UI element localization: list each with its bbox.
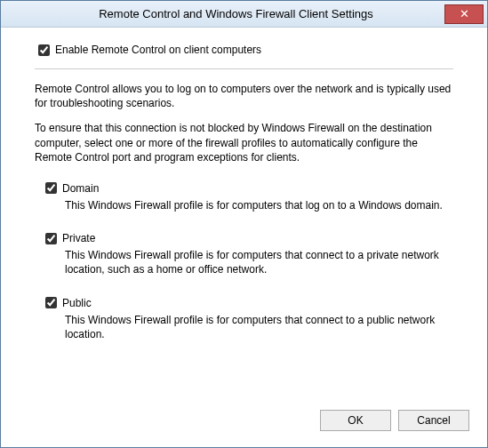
domain-label: Domain <box>62 182 99 195</box>
private-desc: This Windows Firewall profile is for com… <box>65 248 453 276</box>
divider <box>35 68 453 69</box>
dialog-window: Remote Control and Windows Firewall Clie… <box>0 0 488 448</box>
profile-private: Private This Windows Firewall profile is… <box>45 232 462 276</box>
titlebar: Remote Control and Windows Firewall Clie… <box>1 1 487 28</box>
profile-public: Public This Windows Firewall profile is … <box>45 297 462 341</box>
profile-domain: Domain This Windows Firewall profile is … <box>45 182 462 212</box>
dialog-footer: OK Cancel <box>1 399 487 447</box>
enable-remote-control-label: Enable Remote Control on client computer… <box>55 44 261 56</box>
domain-desc: This Windows Firewall profile is for com… <box>65 198 453 212</box>
intro-text-2: To ensure that this connection is not bl… <box>35 121 453 164</box>
public-label: Public <box>62 297 92 309</box>
close-button[interactable]: ✕ <box>444 4 484 24</box>
dialog-content: Enable Remote Control on client computer… <box>1 28 487 399</box>
private-label: Private <box>62 232 95 244</box>
enable-remote-control-row: Enable Remote Control on client computer… <box>38 44 462 56</box>
domain-checkbox[interactable] <box>45 182 57 194</box>
public-desc: This Windows Firewall profile is for com… <box>65 313 453 341</box>
intro-text-1: Remote Control allows you to log on to c… <box>35 82 453 110</box>
cancel-button[interactable]: Cancel <box>398 410 469 431</box>
ok-button[interactable]: OK <box>320 410 391 431</box>
enable-remote-control-checkbox[interactable] <box>38 44 50 56</box>
public-checkbox[interactable] <box>45 297 57 308</box>
window-title: Remote Control and Windows Firewall Clie… <box>1 7 444 20</box>
private-checkbox[interactable] <box>45 233 57 244</box>
close-icon: ✕ <box>460 8 469 20</box>
